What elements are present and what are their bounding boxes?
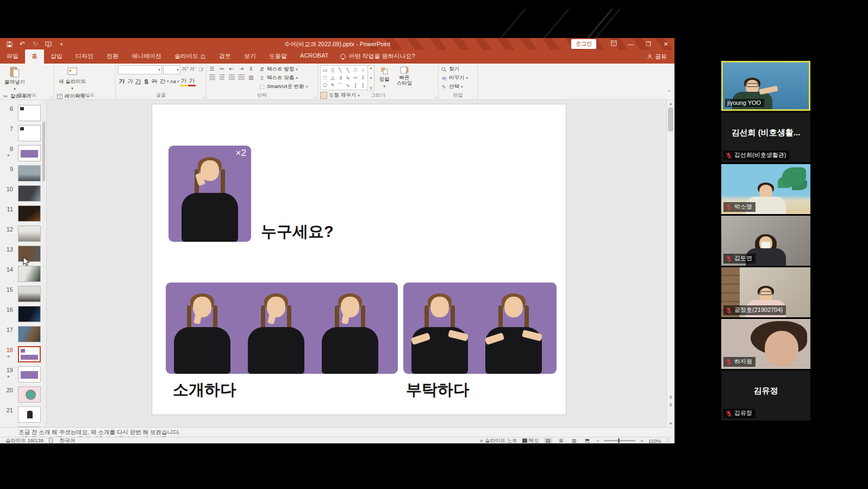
zoom-slider-thumb[interactable] [618, 438, 620, 443]
shape-glyph[interactable]: ↳ [344, 74, 352, 82]
italic-button[interactable]: 가 [126, 78, 134, 86]
shape-glyph[interactable]: Ⅎ [336, 74, 344, 82]
indent-icon[interactable]: ⇥ [238, 65, 245, 72]
shape-glyph[interactable]: □ [321, 74, 329, 82]
thumbnail-image[interactable] [18, 346, 41, 362]
dialog-launcher-icon[interactable]: ⌟ [314, 94, 316, 99]
qat-customize-icon[interactable]: ▾ [58, 40, 65, 48]
language-indicator[interactable]: 한국어 [60, 437, 76, 444]
collapse-ribbon-icon[interactable]: ⌃ [667, 90, 671, 95]
new-slide-button[interactable]: 새 슬라이드▾ [57, 65, 88, 92]
smartart-button[interactable]: ⬚SmartArt로 변환▾ [259, 83, 308, 91]
slide-thumbnail-20[interactable]: 20 [0, 385, 46, 405]
scrollbar-thumb[interactable] [668, 108, 673, 131]
columns-icon[interactable]: ▥ [248, 74, 254, 80]
memo-toggle[interactable]: 메모 [522, 437, 539, 444]
dialog-launcher-icon[interactable]: ⌟ [203, 94, 205, 99]
tell-me-box[interactable]: 어떤 작업을 원하시나요? [335, 49, 420, 64]
thumbnail-image[interactable] [18, 185, 41, 202]
redo-icon[interactable]: ↻ [32, 40, 39, 48]
shape-glyph[interactable]: ⇨ [352, 74, 359, 82]
shape-glyph[interactable]: △ [329, 74, 336, 82]
thumbnail-image[interactable] [18, 406, 41, 423]
text-direction-button[interactable]: ⇵텍스트 방향▾ [259, 65, 308, 73]
participant-tile-하지원[interactable]: 하지원 [721, 319, 810, 369]
notes-pane[interactable]: 조금 전 소개 해 주셨는데요. 제 소개를 다시 한번 해 보겠습니다. 거창… [0, 427, 675, 437]
previous-slide-icon[interactable]: ⇞ [667, 395, 675, 400]
shape-glyph[interactable]: ▭ [321, 66, 329, 74]
shape-glyph[interactable]: ⇩ [359, 74, 367, 82]
slide-thumbnail-17[interactable]: 17 [0, 325, 46, 345]
zoom-in-icon[interactable]: + [640, 438, 644, 444]
thumbnail-image[interactable] [18, 165, 41, 181]
slideshow-icon[interactable] [45, 40, 52, 48]
reading-view-button[interactable]: ▥ [570, 438, 578, 443]
thumbnail-image[interactable] [18, 145, 41, 161]
bullets-icon[interactable]: ☰ [209, 65, 215, 72]
line-spacing-icon[interactable]: ⇕ [248, 65, 254, 72]
tab-검토[interactable]: 검토 [213, 49, 238, 64]
shape-glyph[interactable]: □ [352, 66, 359, 74]
shape-glyph[interactable]: ⌒ [336, 82, 344, 89]
participant-tile-김유정[interactable]: 김유정김유정 [721, 371, 810, 421]
dialog-launcher-icon[interactable]: ⌟ [435, 94, 437, 99]
text-shadow-button[interactable]: S [142, 78, 150, 86]
align-right-icon[interactable] [228, 74, 235, 80]
slide-thumbnail-15[interactable]: 15 [0, 285, 46, 305]
strikethrough-button[interactable]: 가 [151, 78, 158, 86]
login-button[interactable]: 로그인 [571, 39, 596, 49]
slide-thumbnail-10[interactable]: 10 [0, 184, 46, 204]
shape-glyph[interactable]: } [359, 82, 367, 89]
tab-도움말[interactable]: 도움말 [263, 49, 294, 64]
font-color-button[interactable]: 가 [188, 77, 196, 86]
shape-glyph[interactable]: ⬠ [321, 82, 329, 89]
fit-to-window-icon[interactable]: ⛶ [666, 438, 669, 443]
find-button[interactable]: 찾기 [441, 65, 468, 73]
shape-glyph[interactable]: ○ [359, 66, 367, 74]
paste-button[interactable]: 붙여넣기▾ [2, 65, 27, 92]
slide-thumbnail-6[interactable]: 6 [0, 104, 46, 124]
character-spacing-button[interactable]: 간 [159, 78, 166, 86]
tab-보기[interactable]: 보기 [238, 49, 263, 64]
tab-홈[interactable]: 홈 [25, 49, 44, 64]
zoom-level[interactable]: 110% [648, 438, 661, 444]
zoom-out-icon[interactable]: − [596, 438, 600, 444]
thumbnail-image[interactable] [18, 306, 41, 322]
thumbnail-image[interactable] [18, 326, 41, 342]
thumbnail-image[interactable] [18, 105, 41, 121]
thumbnail-image[interactable] [18, 266, 41, 282]
thumbnail-image[interactable] [18, 225, 41, 242]
normal-view-button[interactable]: ▤ [544, 438, 552, 443]
restore-button[interactable]: ❐ [640, 38, 657, 50]
grow-font-button[interactable]: 가ˆ [182, 65, 188, 73]
font-size-combo[interactable]: ▾ [163, 65, 180, 74]
shapes-gallery[interactable]: ▭▯╲╲□○□△Ⅎ↳⇨⇩⬠✎⌒∿{} [320, 65, 368, 90]
slide-scrollbar[interactable]: ▴ ⇞ ⇟ ▾ [666, 100, 675, 427]
shape-glyph[interactable]: ▯ [329, 66, 336, 74]
select-button[interactable]: ⇖선택▾ [441, 83, 468, 91]
underline-button[interactable]: 가 [134, 78, 142, 86]
dialog-launcher-icon[interactable]: ⌟ [51, 94, 53, 99]
slide-thumbnail-7[interactable]: 7 [0, 124, 46, 144]
sign-image-introduce[interactable] [166, 283, 398, 374]
thumbnail-scrollbar[interactable] [42, 100, 46, 427]
participant-tile-공정호(21902704)[interactable]: 공정호(21902704) [721, 267, 810, 317]
slide-thumbnail-12[interactable]: 12 [0, 224, 46, 244]
slide-thumbnail-16[interactable]: 16 [0, 305, 46, 325]
next-slide-icon[interactable]: ⇟ [667, 403, 675, 408]
shape-glyph[interactable]: ∿ [344, 82, 352, 89]
zoom-slider[interactable] [604, 440, 635, 441]
tab-슬라이드 쇼[interactable]: 슬라이드 쇼 [168, 49, 213, 64]
close-button[interactable]: ✕ [657, 38, 675, 50]
thumbnail-image[interactable] [18, 386, 41, 403]
shrink-font-button[interactable]: 가ˇ [190, 65, 196, 73]
thumbnail-image[interactable] [18, 366, 41, 383]
shape-glyph[interactable]: ✎ [329, 82, 336, 89]
slide-thumbnail-11[interactable]: 11 [0, 204, 46, 224]
undo-icon[interactable]: ↶ [18, 40, 26, 48]
tab-삽입[interactable]: 삽입 [44, 49, 69, 64]
slide-question-text[interactable]: 누구세요? [261, 221, 334, 243]
save-icon[interactable] [5, 40, 13, 48]
tab-디자인[interactable]: 디자인 [69, 49, 100, 64]
tab-파일[interactable]: 파일 [0, 49, 25, 64]
